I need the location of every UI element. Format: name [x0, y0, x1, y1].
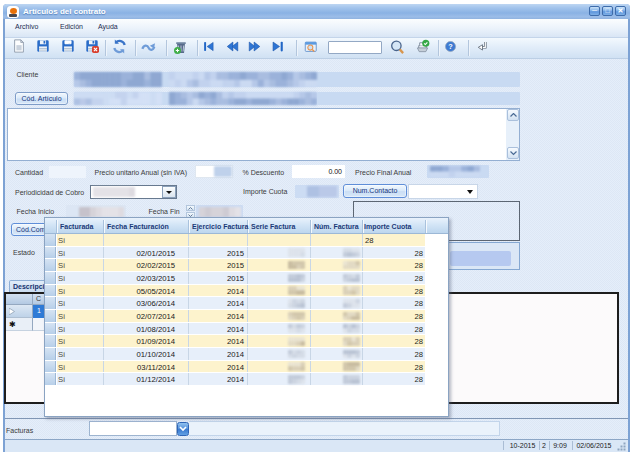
svg-text:?: ? — [448, 41, 453, 50]
